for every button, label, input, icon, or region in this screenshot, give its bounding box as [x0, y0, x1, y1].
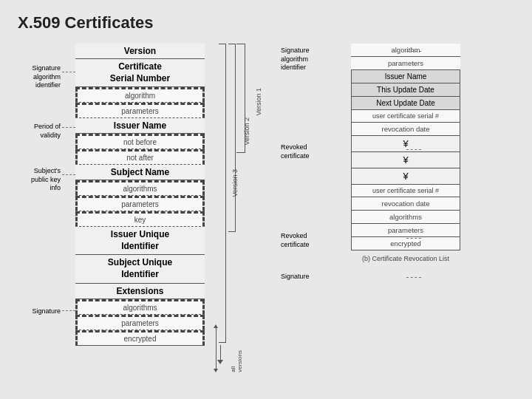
crl-sig-algo-row: algorithms	[351, 211, 460, 224]
crl-revoked1-label: Revokedcertificate	[281, 143, 332, 160]
cert-sig-encrypted-row: encrypted	[75, 330, 205, 346]
sig-alg-label: Signaturealgorithmidentifier	[15, 64, 61, 90]
cert-serial-row: CertificateSerial Number	[75, 59, 205, 87]
crl-cert-serial2-row: user certificate serial #	[351, 185, 460, 197]
cert-key-row: key	[75, 211, 205, 227]
validity-label: Period ofvalidity	[15, 123, 61, 140]
version1-label: Version 1	[255, 88, 262, 116]
cert-sig-algorithms-row: algorithms	[75, 299, 205, 315]
cert-sig-params-row: parameters	[75, 315, 205, 330]
version3-label: Version 3	[231, 169, 239, 197]
crl-sigalg-connector	[406, 51, 421, 52]
left-cert-diagram: Version CertificateSerial Number algorit…	[15, 44, 266, 346]
crl-signature-label: Signature	[281, 273, 332, 282]
all-versions-arrow	[214, 324, 218, 372]
page-title: X.509 Certificates	[0, 0, 532, 40]
cert-notafter-row: not after	[75, 149, 205, 165]
crl-algorithm-row: algorithm	[351, 44, 460, 57]
cert-algorithm-row: algorithm	[75, 87, 205, 103]
crl-parameters-row: parameters	[351, 57, 460, 70]
version2-label: Version 2	[243, 117, 250, 146]
crl-caption: (b) Certificate Revocation List	[351, 255, 460, 262]
crl-next-update-row: Next Update Date	[351, 97, 460, 110]
signature-label: Signature	[15, 307, 61, 316]
version-arrow	[217, 345, 223, 364]
crl-revoked2-label: Revokedcertificate	[281, 232, 332, 249]
cert-issuer-row: Issuer Name	[75, 118, 205, 134]
cert-issuer-uid-row: Issuer UniqueIdentifier	[75, 227, 205, 255]
crl-sig-encrypted-row: encrypted	[351, 237, 460, 250]
crl-yen1-row: ¥	[351, 136, 460, 152]
all-versions-label: all versions	[230, 350, 243, 372]
cert-extensions-row: Extensions	[75, 284, 205, 299]
crl-revoc-date2-row: revocation date	[351, 197, 460, 211]
version3-bracket	[219, 44, 226, 343]
crl-cert-serial1-row: user certificate serial #	[351, 110, 460, 123]
crl-this-update-row: This Update Date	[351, 83, 460, 97]
crl-revoked1-connector	[406, 149, 421, 150]
cert-subject-uid-row: Subject UniqueIdentifier	[75, 255, 205, 283]
version2-bracket	[228, 44, 236, 232]
crl-sigalg-label: Signaturealgorithmidentifier	[281, 47, 332, 72]
crl-revoked2-connector	[406, 238, 421, 239]
cert-subject-row: Subject Name	[75, 165, 205, 180]
cert-version-row: Version	[75, 44, 205, 59]
crl-yen3-row: ¥	[351, 168, 460, 185]
crl-sig-params-row: parameters	[351, 224, 460, 237]
crl-issuer-row: Issuer Name	[351, 70, 460, 83]
cert-pubkey-params-row: parameters	[75, 196, 205, 211]
crl-yen2-row: ¥	[351, 152, 460, 168]
cert-algorithms-row: algorithms	[75, 180, 205, 196]
crl-signature-connector	[406, 277, 421, 278]
crl-revoc-date1-row: revocation date	[351, 123, 460, 136]
cert-notbefore-row: not before	[75, 134, 205, 149]
cert-parameters-row: parameters	[75, 103, 205, 118]
right-crl-diagram: Signaturealgorithmidentifier algorithm p…	[281, 44, 473, 346]
pubkey-label: Subject'spublic keyinfo	[15, 167, 61, 193]
